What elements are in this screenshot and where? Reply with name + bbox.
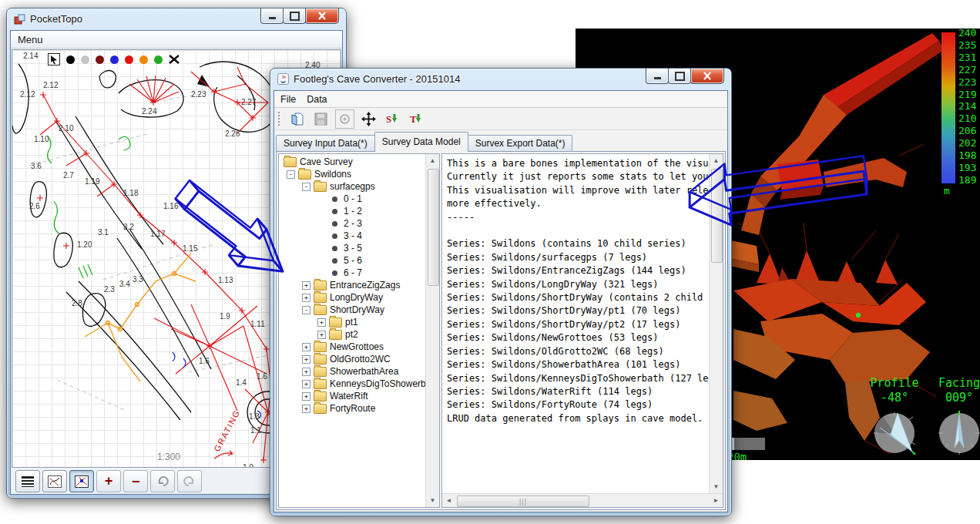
color-dot[interactable] bbox=[66, 55, 75, 64]
scrollbar-thumb[interactable] bbox=[711, 169, 723, 263]
tree-item-shortdryway[interactable]: -ShortDryWay bbox=[280, 304, 425, 316]
tree-item-label: Cave Survey bbox=[300, 156, 353, 167]
minimize-button[interactable] bbox=[260, 8, 284, 24]
menu-button[interactable]: Menu bbox=[18, 34, 43, 45]
station-label: 1.20 bbox=[77, 240, 92, 249]
tree-item-surfacegps[interactable]: -surfacegps bbox=[280, 180, 425, 193]
scroll-up-icon[interactable]: ▲ bbox=[710, 154, 723, 167]
data-table-button[interactable] bbox=[15, 470, 40, 492]
drawing-palette bbox=[48, 53, 180, 66]
compass-dial-icon[interactable] bbox=[937, 411, 980, 455]
tree-item-showerbatharea[interactable]: +ShowerbathArea bbox=[280, 365, 425, 378]
text-horizontal-scrollbar[interactable]: ◄ ||| ► bbox=[442, 493, 723, 507]
scroll-left-icon[interactable]: ◄ bbox=[442, 494, 455, 507]
scroll-down-icon[interactable]: ▼ bbox=[710, 480, 723, 493]
maximize-button[interactable] bbox=[283, 8, 306, 24]
expand-toggle-icon[interactable]: + bbox=[317, 318, 326, 327]
tree-item-oldgrotto2wc[interactable]: +OldGrotto2WC bbox=[280, 353, 425, 365]
collapse-toggle-icon[interactable]: - bbox=[302, 306, 310, 314]
scroll-right-icon[interactable]: ► bbox=[710, 494, 723, 507]
tree-item-3-5[interactable]: 3 - 5 bbox=[280, 242, 425, 254]
tree-item-fortyroute[interactable]: +FortyRoute bbox=[280, 402, 425, 415]
tree-item-5-6[interactable]: 5 - 6 bbox=[280, 254, 425, 267]
redo-button[interactable] bbox=[177, 470, 202, 492]
text-vertical-scrollbar[interactable]: ▲ ▼ bbox=[709, 154, 723, 493]
scroll-up-icon[interactable]: ▲ bbox=[426, 154, 439, 167]
color-dot[interactable] bbox=[139, 55, 148, 64]
expand-toggle-icon[interactable]: + bbox=[302, 392, 310, 401]
menu-data[interactable]: Data bbox=[307, 94, 327, 105]
color-dot[interactable] bbox=[81, 55, 89, 64]
expand-toggle-icon[interactable]: + bbox=[302, 343, 310, 351]
expand-toggle-icon[interactable]: + bbox=[302, 405, 310, 413]
close-button[interactable] bbox=[690, 69, 724, 84]
folder-icon bbox=[314, 280, 327, 291]
colorbar-tick-label: 206 bbox=[958, 125, 976, 136]
open-file-button[interactable] bbox=[287, 109, 307, 129]
cursor-tool-icon[interactable] bbox=[48, 53, 60, 66]
menu-file[interactable]: File bbox=[280, 94, 296, 105]
toolbar-drag-handle[interactable] bbox=[277, 111, 281, 126]
station-label: 1.9 bbox=[220, 312, 230, 321]
tab-survey-input-data-[interactable]: Survey Input Data(*) bbox=[276, 135, 375, 152]
tree-item-swildons[interactable]: -Swildons bbox=[280, 168, 425, 180]
scrollbar-thumb[interactable] bbox=[428, 169, 439, 286]
tab-survex-export-data-[interactable]: Survex Export Data(*) bbox=[468, 135, 573, 152]
tree-item-1-2[interactable]: 1 - 2 bbox=[280, 205, 425, 217]
collapse-toggle-icon[interactable]: - bbox=[287, 170, 295, 179]
save-button[interactable] bbox=[311, 109, 331, 129]
close-button[interactable] bbox=[305, 8, 339, 24]
minimize-button[interactable] bbox=[646, 69, 669, 84]
resize-button[interactable] bbox=[359, 109, 378, 129]
tree-item-newgrottoes[interactable]: +NewGrottoes bbox=[280, 341, 425, 353]
eraser-x-icon[interactable] bbox=[169, 54, 180, 65]
collapse-toggle-icon[interactable]: - bbox=[302, 183, 310, 191]
undo-button[interactable] bbox=[150, 470, 175, 492]
tree-item-entrancezigzags[interactable]: +EntranceZigZags bbox=[280, 279, 425, 291]
sketch-plan-button[interactable] bbox=[42, 470, 67, 492]
process-button[interactable] bbox=[335, 109, 354, 129]
tree-item-6-7[interactable]: 6 - 7 bbox=[280, 267, 425, 279]
tree-vertical-scrollbar[interactable]: ▲ ▼ bbox=[425, 154, 439, 507]
colorbar-tick-label: 189 bbox=[958, 174, 976, 186]
station-label: 3.4 bbox=[119, 280, 130, 288]
expand-toggle-icon[interactable]: + bbox=[302, 294, 310, 302]
maximize-button[interactable] bbox=[668, 69, 691, 84]
tab-bar: Survey Input Data(*)Survey Data ModelSur… bbox=[274, 130, 727, 152]
expand-toggle-icon[interactable]: + bbox=[302, 368, 310, 376]
zoom-out-button[interactable]: − bbox=[123, 470, 148, 492]
model-text[interactable]: This is a bare bones implementation of t… bbox=[442, 154, 709, 493]
scrollbar-thumb[interactable]: ||| bbox=[457, 495, 589, 507]
tree-item-pt2[interactable]: +pt2 bbox=[280, 328, 425, 341]
expand-toggle-icon[interactable]: + bbox=[317, 331, 326, 339]
color-dot[interactable] bbox=[96, 55, 104, 64]
sketch-side-button[interactable] bbox=[69, 470, 94, 492]
station-label: 1.17 bbox=[150, 230, 165, 238]
zoom-in-button[interactable]: + bbox=[96, 470, 121, 492]
colorbar-tick-label: 219 bbox=[958, 89, 976, 100]
color-dot[interactable] bbox=[110, 55, 119, 64]
tree-item-2-3[interactable]: 2 - 3 bbox=[280, 217, 425, 230]
undo-icon bbox=[156, 476, 169, 487]
scroll-down-icon[interactable]: ▼ bbox=[426, 494, 439, 507]
export-survex-button[interactable]: S bbox=[383, 109, 402, 129]
tree-item-pt1[interactable]: +pt1 bbox=[280, 316, 425, 328]
tree-item-3-4[interactable]: 3 - 4 bbox=[280, 230, 425, 242]
zoom-out-icon: − bbox=[132, 475, 139, 488]
tree-item-waterrift[interactable]: +WaterRift bbox=[280, 390, 425, 402]
tree-item-longdryway[interactable]: +LongDryWay bbox=[280, 291, 425, 304]
color-dot[interactable] bbox=[125, 55, 133, 64]
expand-toggle-icon[interactable]: + bbox=[302, 281, 310, 290]
clino-dial-icon[interactable] bbox=[872, 411, 917, 455]
expand-toggle-icon[interactable]: + bbox=[302, 355, 310, 364]
tab-survey-data-model[interactable]: Survey Data Model bbox=[374, 132, 468, 152]
station-label: 1.18 bbox=[123, 189, 138, 197]
profile-label: Profile bbox=[867, 376, 922, 390]
folder-icon bbox=[314, 305, 327, 315]
color-dot[interactable] bbox=[154, 55, 163, 64]
expand-toggle-icon[interactable]: + bbox=[302, 380, 310, 388]
tree-item-0-1[interactable]: 0 - 1 bbox=[280, 193, 425, 205]
tree-item-kenneysdigtoshowerbath[interactable]: +KenneysDigToShowerbath bbox=[280, 378, 425, 390]
tree-item-cave-survey[interactable]: Cave Survey bbox=[280, 156, 425, 168]
export-toporobot-button[interactable]: T bbox=[407, 109, 426, 129]
